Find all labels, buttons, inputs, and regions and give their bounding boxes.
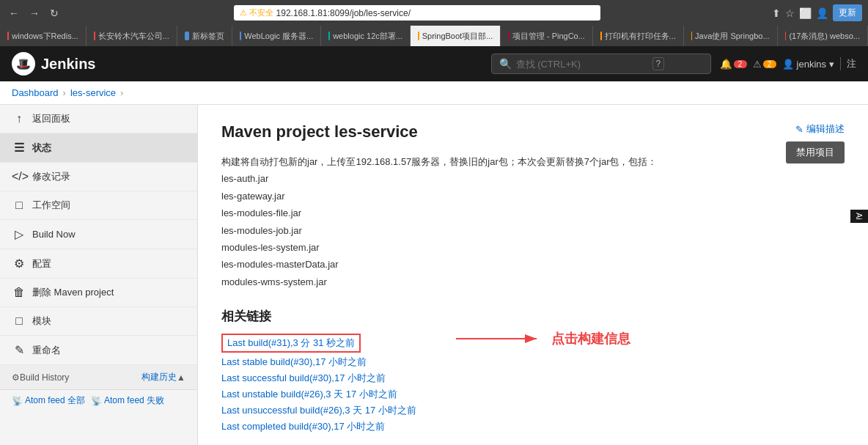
sidebar-item-rename[interactable]: ✎ 重命名 bbox=[0, 336, 197, 365]
config-icon: ⚙ bbox=[12, 257, 26, 271]
tab-8[interactable]: (17条消息) webso... bbox=[778, 26, 868, 46]
browser-tabs: windows下Redis... 长安铃木汽车公司... 新标签页 WebLog… bbox=[0, 26, 868, 46]
breadcrumb-sep1: › bbox=[63, 87, 66, 98]
address-bar: ⚠ 不安全 192.168.1.81:8099/job/les-service/ bbox=[234, 5, 600, 21]
link-item-4: Last unsuccessful build(#26),3 天 17 小时之前 bbox=[221, 404, 845, 417]
url-text: 192.168.1.81:8099/job/les-service/ bbox=[276, 8, 411, 18]
atom-feed-fail-link[interactable]: 📡 Atom feed 失败 bbox=[91, 394, 164, 407]
sidebar-item-changes[interactable]: </> 修改记录 bbox=[0, 163, 197, 191]
window-button[interactable]: ⬜ bbox=[799, 7, 812, 19]
sidebar-item-config[interactable]: ⚙ 配置 bbox=[0, 249, 197, 279]
atom-feed-all-link[interactable]: 📡 Atom feed 全部 bbox=[12, 394, 85, 407]
bookmark-button[interactable]: ☆ bbox=[785, 7, 795, 19]
tab-0[interactable]: windows下Redis... bbox=[0, 26, 87, 46]
search-box: 🔍 ? bbox=[491, 54, 711, 74]
profile-button[interactable]: 👤 bbox=[816, 7, 828, 19]
bell-button[interactable]: 🔔 2 bbox=[720, 59, 747, 70]
links-container: Last build(#31),3 分 31 秒之前 Last stable b… bbox=[221, 334, 845, 433]
sidebar-item-modules[interactable]: □ 模块 bbox=[0, 307, 197, 336]
jenkins-avatar: 🎩 bbox=[12, 52, 35, 76]
desc-line-6: les-modules-masterData.jar bbox=[221, 256, 845, 273]
tab-6[interactable]: 打印机有打印任务... bbox=[593, 26, 684, 46]
ai-corner: Ai bbox=[850, 210, 868, 223]
sidebar-label-rename: 重命名 bbox=[32, 344, 61, 357]
sidebar-item-delete[interactable]: 🗑 删除 Maven project bbox=[0, 279, 197, 307]
desc-line-2: les-gateway.jar bbox=[221, 188, 845, 205]
main-content: ✎ 编辑描述 禁用项目 Maven project les-service 构建… bbox=[198, 105, 868, 445]
desc-line-4: les-modules-job.jar bbox=[221, 222, 845, 239]
tab-7[interactable]: Java使用 Springbo... bbox=[684, 26, 778, 46]
sidebar-label-workspace: 工作空间 bbox=[32, 199, 70, 212]
chevron-icon: ▲ bbox=[177, 372, 185, 383]
back-button[interactable]: ← bbox=[6, 6, 22, 21]
topbar-icons: 🔔 2 ⚠ 2 👤 jenkins ▾ 注 bbox=[720, 57, 856, 70]
desc-line-3: les-modules-file.jar bbox=[221, 205, 845, 221]
build-icon: ▷ bbox=[12, 227, 26, 241]
sidebar-item-status[interactable]: ☰ 状态 bbox=[0, 133, 197, 163]
workspace-icon: □ bbox=[12, 199, 26, 212]
rss-fail-icon: 📡 bbox=[91, 396, 102, 406]
tab-3[interactable]: WebLogic 服务器... bbox=[232, 26, 321, 46]
refresh-button[interactable]: ↻ bbox=[47, 6, 62, 21]
link-stable-build[interactable]: Last stable build(#30),17 小时之前 bbox=[221, 356, 367, 367]
edit-label: 编辑描述 bbox=[806, 122, 845, 136]
build-history-icon: ⚙ bbox=[12, 372, 20, 383]
desc-line-1: les-auth.jar bbox=[221, 170, 845, 187]
link-unsuccessful-build[interactable]: Last unsuccessful build(#26),3 天 17 小时之前 bbox=[221, 405, 416, 416]
breadcrumb-dashboard[interactable]: Dashboard bbox=[12, 87, 59, 98]
sidebar-item-build-now[interactable]: ▷ Build Now bbox=[0, 220, 197, 249]
annotation: 点击构建信息 bbox=[456, 328, 630, 350]
update-button[interactable]: 更新 bbox=[833, 4, 862, 21]
search-input[interactable] bbox=[516, 59, 648, 70]
atom-feeds: 📡 Atom feed 全部 📡 Atom feed 失败 bbox=[0, 390, 197, 411]
delete-icon: 🗑 bbox=[12, 286, 26, 299]
forward-button[interactable]: → bbox=[26, 6, 43, 21]
topbar-search: 🔍 ? bbox=[491, 54, 711, 74]
tab-4[interactable]: weblogic 12c部署... bbox=[321, 26, 411, 46]
tab-2[interactable]: 新标签页 bbox=[177, 26, 233, 46]
tab-5[interactable]: 项目管理 - PingCo... bbox=[501, 26, 593, 46]
pencil-icon: ✎ bbox=[795, 124, 803, 135]
page-title: Maven project les-service bbox=[221, 122, 845, 141]
link-last-build[interactable]: Last build(#31),3 分 31 秒之前 bbox=[221, 334, 361, 353]
sidebar-label-status: 状态 bbox=[32, 141, 51, 155]
link-completed-build[interactable]: Last completed build(#30),17 小时之前 bbox=[221, 421, 385, 432]
main-layout: ↑ 返回面板 ☰ 状态 </> 修改记录 □ 工作空间 ▷ Build Now … bbox=[0, 105, 868, 445]
arrow-svg bbox=[456, 328, 544, 350]
back-icon: ↑ bbox=[12, 112, 26, 125]
search-help-icon: ? bbox=[652, 57, 665, 70]
browser-actions: ⬆ ☆ ⬜ 👤 更新 bbox=[772, 4, 862, 21]
link-successful-build[interactable]: Last successful build(#30),17 小时之前 bbox=[221, 372, 386, 383]
desc-line-7: modules-wms-system.jar bbox=[221, 273, 845, 290]
build-history-right-btn[interactable]: 构建历史 bbox=[141, 371, 177, 383]
jenkins-title: Jenkins bbox=[41, 56, 95, 73]
tab-1[interactable]: 长安铃木汽车公司... bbox=[87, 26, 177, 46]
breadcrumb-current[interactable]: les-service bbox=[70, 87, 116, 98]
disable-button[interactable]: 禁用项目 bbox=[786, 141, 845, 163]
description: 构建将自动打包新的jar，上传至192.168.1.57服务器，替换旧的jar包… bbox=[221, 153, 845, 290]
link-unstable-build[interactable]: Last unstable build(#26),3 天 17 小时之前 bbox=[221, 389, 397, 400]
edit-description-link[interactable]: ✎ 编辑描述 bbox=[795, 122, 845, 136]
user-menu-button[interactable]: 👤 jenkins ▾ bbox=[782, 59, 834, 70]
sidebar-label-build: Build Now bbox=[32, 229, 76, 240]
build-history-label: Build History bbox=[20, 372, 69, 383]
search-icon: 🔍 bbox=[499, 58, 512, 70]
login-button[interactable]: 注 bbox=[840, 57, 856, 70]
browser-chrome: ← → ↻ ⚠ 不安全 192.168.1.81:8099/job/les-se… bbox=[0, 0, 868, 26]
jenkins-topbar: 🎩 Jenkins 🔍 ? 🔔 2 ⚠ 2 👤 jenkins ▾ 注 bbox=[0, 46, 868, 81]
security-warning: ⚠ 不安全 bbox=[240, 7, 273, 18]
user-name: jenkins bbox=[797, 59, 826, 70]
desc-line-0: 构建将自动打包新的jar，上传至192.168.1.57服务器，替换旧的jar包… bbox=[221, 153, 845, 170]
warning-button[interactable]: ⚠ 2 bbox=[753, 59, 776, 70]
sidebar-label-back: 返回面板 bbox=[32, 112, 70, 125]
sidebar-item-workspace[interactable]: □ 工作空间 bbox=[0, 191, 197, 220]
share-button[interactable]: ⬆ bbox=[772, 7, 781, 19]
desc-line-5: modules-les-system.jar bbox=[221, 239, 845, 256]
tab-active[interactable]: SpringBoot项目部... bbox=[411, 26, 501, 46]
sidebar-item-back[interactable]: ↑ 返回面板 bbox=[0, 105, 197, 133]
related-links-title: 相关链接 bbox=[221, 308, 845, 325]
rename-icon: ✎ bbox=[12, 343, 26, 357]
link-item-3: Last unstable build(#26),3 天 17 小时之前 bbox=[221, 388, 845, 401]
changes-icon: </> bbox=[12, 170, 26, 183]
annotation-text: 点击构建信息 bbox=[551, 330, 630, 347]
